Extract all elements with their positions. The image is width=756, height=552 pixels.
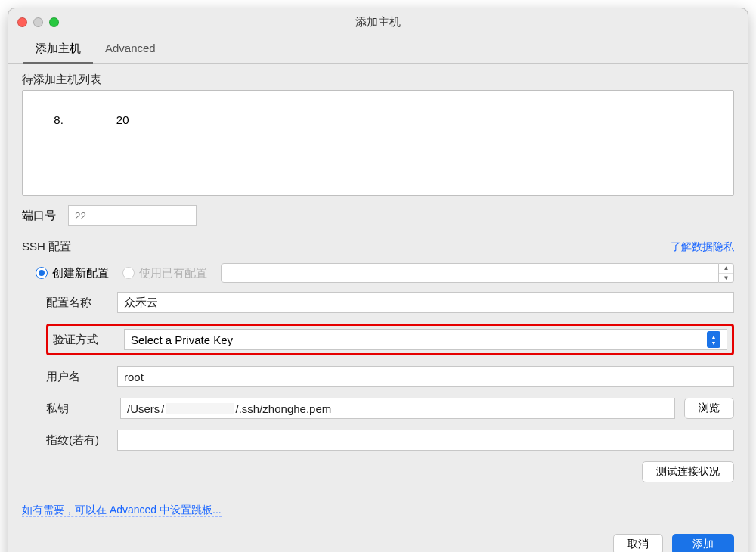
- radio-use-existing: 使用已有配置: [122, 266, 207, 281]
- tab-advanced[interactable]: Advanced: [93, 36, 168, 64]
- label-config-name: 配置名称: [46, 296, 111, 310]
- content: 待添加主机列表 8.20 端口号 SSH 配置 了解数据隐私 创建新配置 使用已…: [8, 64, 748, 552]
- row-fingerprint: 指纹(若有): [46, 430, 734, 451]
- host-list[interactable]: 8.20: [22, 90, 734, 196]
- ssh-form: 配置名称 验证方式 Select a Private Key ▲▼: [22, 292, 734, 451]
- cancel-button[interactable]: 取消: [613, 534, 663, 552]
- existing-config-selector: ▲ ▼: [221, 263, 734, 283]
- radio-icon: [36, 267, 48, 279]
- label-fingerprint: 指纹(若有): [46, 433, 111, 448]
- select-arrows-icon: ▲▼: [707, 331, 720, 348]
- row-auth-method: 验证方式 Select a Private Key ▲▼: [53, 329, 727, 350]
- advanced-hint-link[interactable]: 如有需要，可以在 Advanced 中设置跳板...: [22, 504, 222, 517]
- ssh-section-label: SSH 配置: [22, 240, 71, 254]
- host-list-item[interactable]: 8.20: [29, 95, 727, 145]
- pk-suffix: /.ssh/zhonghe.pem: [236, 402, 332, 415]
- tabbar: 添加主机 Advanced: [8, 36, 748, 64]
- port-input[interactable]: [68, 205, 197, 226]
- dialog-window: 添加主机 添加主机 Advanced 待添加主机列表 8.20 端口号 SSH …: [8, 8, 748, 552]
- port-row: 端口号: [22, 205, 734, 226]
- redacted-segment: [64, 116, 116, 126]
- ok-button[interactable]: 添加: [672, 534, 734, 552]
- radio-create-new-label: 创建新配置: [52, 266, 109, 281]
- host-list-label: 待添加主机列表: [22, 73, 734, 87]
- input-config-name[interactable]: [117, 292, 734, 313]
- stepper-buttons: ▲ ▼: [719, 263, 734, 283]
- pk-prefix: /Users: [127, 402, 160, 415]
- test-connection-button[interactable]: 测试连接状况: [642, 461, 734, 482]
- pk-sep: /: [161, 402, 164, 415]
- row-private-key: 私钥 /Users//.ssh/zhonghe.pem 浏览: [46, 398, 734, 419]
- host-ip-prefix: 8.: [54, 113, 64, 126]
- chevron-down-icon: ▼: [719, 274, 733, 283]
- titlebar: 添加主机: [8, 8, 748, 36]
- select-auth-method-value: Select a Private Key: [131, 333, 233, 346]
- ssh-header: SSH 配置 了解数据隐私: [22, 237, 734, 257]
- hint-row: 如有需要，可以在 Advanced 中设置跳板...: [22, 504, 734, 517]
- maximize-icon[interactable]: [49, 17, 59, 27]
- minimize-icon: [33, 17, 43, 27]
- ssh-config-mode: 创建新配置 使用已有配置 ▲ ▼: [22, 257, 734, 292]
- radio-create-new[interactable]: 创建新配置: [36, 266, 109, 281]
- dialog-footer: 取消 添加: [22, 534, 734, 552]
- label-username: 用户名: [46, 370, 111, 384]
- tab-add-host[interactable]: 添加主机: [23, 36, 93, 64]
- privacy-link[interactable]: 了解数据隐私: [671, 240, 734, 254]
- close-icon[interactable]: [17, 17, 27, 27]
- window-title: 添加主机: [8, 15, 748, 29]
- browse-button[interactable]: 浏览: [684, 398, 734, 419]
- chevron-up-icon: ▲: [719, 264, 733, 274]
- label-auth-method: 验证方式: [53, 333, 118, 347]
- label-private-key: 私钥: [46, 402, 111, 416]
- row-username: 用户名: [46, 366, 734, 387]
- existing-config-field: [221, 263, 719, 283]
- test-connection-row: 测试连接状况: [22, 461, 734, 482]
- select-auth-method[interactable]: Select a Private Key ▲▼: [124, 329, 727, 350]
- input-username[interactable]: [117, 366, 734, 387]
- host-ip-suffix: 20: [116, 113, 129, 126]
- port-label: 端口号: [22, 209, 56, 223]
- radio-icon: [122, 267, 135, 279]
- auth-method-highlight: 验证方式 Select a Private Key ▲▼: [46, 324, 734, 355]
- radio-use-existing-label: 使用已有配置: [139, 266, 207, 281]
- input-private-key[interactable]: /Users//.ssh/zhonghe.pem: [120, 398, 675, 419]
- redacted-segment: [166, 403, 234, 414]
- row-config-name: 配置名称: [46, 292, 734, 313]
- traffic-lights: [17, 17, 59, 27]
- input-fingerprint[interactable]: [117, 430, 734, 451]
